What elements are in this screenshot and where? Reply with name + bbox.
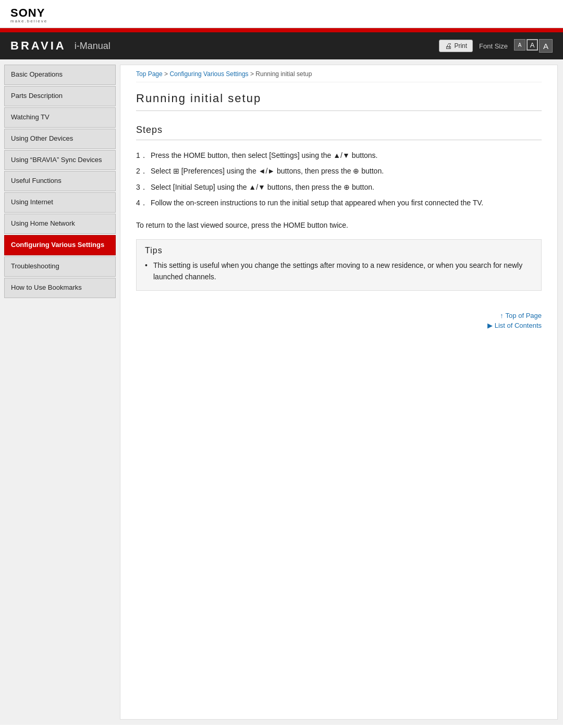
sidebar-item-basic-operations[interactable]: Basic Operations: [4, 65, 116, 85]
sidebar-item-parts-description[interactable]: Parts Description: [4, 86, 116, 106]
steps-heading: Steps: [136, 119, 542, 140]
content-area: Top Page > Configuring Various Settings …: [120, 65, 558, 720]
sidebar-item-using-other-devices[interactable]: Using Other Devices: [4, 129, 116, 149]
list-of-contents-label: List of Contents: [495, 322, 542, 329]
step-2-num: 2．: [136, 165, 148, 177]
top-area: SONY make.believe: [0, 0, 563, 28]
sidebar-item-bookmarks[interactable]: How to Use Bookmarks: [4, 278, 116, 298]
sidebar-item-configuring-settings[interactable]: Configuring Various Settings: [4, 235, 116, 255]
step-2: 2． Select ⊞ [Preferences] using the ◄/► …: [136, 163, 542, 179]
bottom-nav: ↑ Top of Page ▶ List of Contents: [136, 312, 542, 329]
sidebar-item-bravia-sync[interactable]: Using “BRAVIA” Sync Devices: [4, 150, 116, 170]
right-arrow-icon: ▶: [487, 322, 493, 329]
print-button[interactable]: 🖨 Print: [439, 40, 473, 52]
breadcrumb-sep2: >: [250, 70, 255, 78]
font-size-large-button[interactable]: A: [539, 39, 553, 53]
sony-text: SONY: [10, 6, 45, 20]
tips-list: This setting is useful when you change t…: [145, 260, 533, 283]
breadcrumb-top-page[interactable]: Top Page: [136, 70, 163, 78]
step-4-text: Follow the on-screen instructions to run…: [151, 199, 483, 207]
up-arrow-icon: ↑: [500, 312, 504, 319]
sidebar-item-useful-functions[interactable]: Useful Functions: [4, 171, 116, 191]
tips-box: Tips This setting is useful when you cha…: [136, 239, 542, 291]
step-1: 1． Press the HOME button, then select [S…: [136, 147, 542, 163]
step-2-text: Select ⊞ [Preferences] using the ◄/► but…: [151, 167, 384, 175]
step-1-num: 1．: [136, 150, 148, 161]
font-size-label: Font Size: [479, 42, 508, 50]
step-4-num: 4．: [136, 197, 148, 208]
breadcrumb: Top Page > Configuring Various Settings …: [136, 65, 542, 82]
bravia-brand: BRAVIA: [10, 39, 66, 53]
header-controls: 🖨 Print Font Size A A A: [439, 39, 553, 53]
top-of-page-label: Top of Page: [506, 312, 542, 319]
step-4: 4． Follow the on-screen instructions to …: [136, 195, 542, 211]
steps-list: 1． Press the HOME button, then select [S…: [136, 147, 542, 211]
step-1-text: Press the HOME button, then select [Sett…: [151, 151, 378, 159]
font-size-small-button[interactable]: A: [514, 39, 525, 51]
imanual-label: i-Manual: [75, 41, 111, 52]
step-3: 3． Select [Initial Setup] using the ▲/▼ …: [136, 179, 542, 195]
step-3-num: 3．: [136, 181, 148, 193]
sidebar-item-using-home-network[interactable]: Using Home Network: [4, 214, 116, 234]
header-bar: BRAVIA i-Manual 🖨 Print Font Size A A A: [0, 32, 563, 59]
breadcrumb-sep1: >: [164, 70, 169, 78]
sony-tagline: make.believe: [10, 19, 47, 23]
sidebar-item-troubleshooting[interactable]: Troubleshooting: [4, 256, 116, 277]
return-note: To return to the last viewed source, pre…: [136, 219, 542, 231]
font-size-buttons: A A A: [514, 39, 553, 53]
list-of-contents-link[interactable]: ▶ List of Contents: [487, 322, 542, 329]
page-title: Running initial setup: [136, 82, 542, 111]
font-size-medium-button[interactable]: A: [527, 39, 538, 51]
top-of-page-link[interactable]: ↑ Top of Page: [500, 312, 542, 319]
sidebar-item-using-internet[interactable]: Using Internet: [4, 192, 116, 213]
print-label: Print: [454, 42, 467, 50]
page-number: 204: [0, 725, 563, 728]
tip-1: This setting is useful when you change t…: [145, 260, 533, 283]
header-red-stripe: [0, 28, 563, 32]
main-content: Basic Operations Parts Description Watch…: [0, 59, 563, 725]
breadcrumb-configuring[interactable]: Configuring Various Settings: [169, 70, 248, 78]
breadcrumb-current: Running initial setup: [255, 70, 312, 78]
step-3-text: Select [Initial Setup] using the ▲/▼ but…: [151, 183, 374, 191]
tips-heading: Tips: [145, 246, 533, 255]
print-icon: 🖨: [445, 42, 452, 50]
footer-wrapper: 204 © 2013 Sony Corporation: [0, 725, 563, 728]
sony-logo: SONY make.believe: [10, 6, 553, 23]
sidebar: Basic Operations Parts Description Watch…: [0, 59, 120, 725]
sidebar-item-watching-tv[interactable]: Watching TV: [4, 107, 116, 128]
